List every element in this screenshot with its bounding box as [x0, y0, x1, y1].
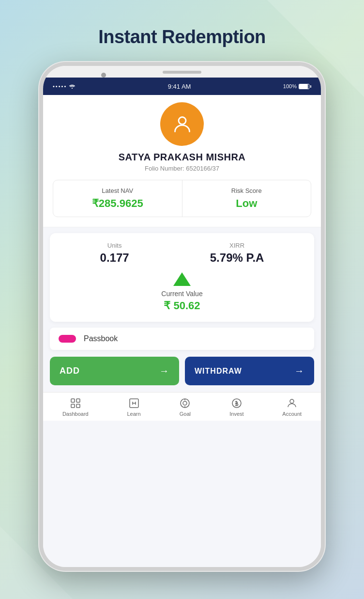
- folio-number: Folio Number: 6520166/37: [145, 165, 219, 172]
- front-camera: [101, 73, 106, 78]
- units-box: Units 0.177: [100, 242, 129, 265]
- phone-top-bar: [43, 66, 321, 78]
- svg-point-8: [183, 401, 187, 405]
- phone-speaker: [163, 71, 201, 74]
- phone-frame: ••••• 9:41 AM 100% SA: [39, 62, 325, 571]
- risk-value: Low: [236, 197, 257, 210]
- nav-account-label: Account: [282, 411, 302, 417]
- profile-section: SATYA PRAKASH MISHRA Folio Number: 65201…: [43, 95, 321, 227]
- xirr-value: 5.79% P.A: [210, 251, 264, 265]
- nav-dashboard-label: Dashboard: [62, 411, 89, 417]
- passbook-tab-button[interactable]: [59, 335, 76, 343]
- app-screen: SATYA PRAKASH MISHRA Folio Number: 65201…: [43, 95, 321, 567]
- nav-value: ₹285.9625: [92, 197, 143, 210]
- profile-name: SATYA PRAKASH MISHRA: [119, 152, 246, 163]
- withdraw-button-label: WITHDRAW: [195, 367, 242, 376]
- current-value-amount: ₹ 50.62: [164, 300, 200, 312]
- dashboard-icon: [70, 397, 81, 409]
- current-value-label: Current Value: [161, 290, 202, 298]
- nav-item-invest[interactable]: Invest: [229, 397, 243, 417]
- action-buttons: ADD → WITHDRAW →: [43, 350, 321, 392]
- add-button[interactable]: ADD →: [50, 357, 179, 385]
- current-value-section: Current Value ₹ 50.62: [60, 272, 304, 312]
- svg-rect-3: [76, 399, 80, 402]
- withdraw-button[interactable]: WITHDRAW →: [185, 357, 314, 385]
- nav-item-learn[interactable]: Learn: [127, 397, 141, 417]
- add-button-label: ADD: [60, 366, 80, 376]
- status-left: •••••: [53, 83, 76, 89]
- add-arrow-icon: →: [159, 365, 169, 377]
- nav-risk-card: Latest NAV ₹285.9625 Risk Score Low: [53, 180, 311, 217]
- units-xirr-row: Units 0.177 XIRR 5.79% P.A: [60, 242, 304, 265]
- units-label: Units: [107, 242, 122, 249]
- user-icon: [171, 113, 193, 135]
- nav-learn-label: Learn: [127, 411, 141, 417]
- bottom-nav: Dashboard Learn Goal: [43, 392, 321, 421]
- passbook-label: Passbook: [84, 334, 118, 343]
- page-title: Instant Redemption: [98, 27, 266, 47]
- up-triangle-icon: [173, 272, 191, 286]
- avatar: [160, 102, 204, 146]
- svg-rect-4: [71, 404, 75, 408]
- battery-percent: 100%: [283, 83, 297, 89]
- wifi-icon: [69, 84, 76, 89]
- xirr-label: XIRR: [229, 242, 244, 249]
- status-bar: ••••• 9:41 AM 100%: [43, 78, 321, 95]
- svg-point-1: [179, 117, 186, 124]
- nav-label: Latest NAV: [102, 187, 133, 194]
- nav-box: Latest NAV ₹285.9625: [53, 180, 182, 217]
- svg-point-11: [232, 399, 241, 408]
- nav-item-goal[interactable]: Goal: [179, 397, 191, 417]
- units-section: Units 0.177 XIRR 5.79% P.A Current Value…: [50, 233, 314, 322]
- nav-item-dashboard[interactable]: Dashboard: [62, 397, 89, 417]
- xirr-box: XIRR 5.79% P.A: [210, 242, 264, 265]
- nav-item-account[interactable]: Account: [282, 397, 302, 417]
- svg-point-0: [72, 88, 73, 89]
- svg-rect-2: [71, 399, 75, 402]
- status-time: 9:41 AM: [168, 83, 191, 90]
- goal-icon: [179, 397, 191, 409]
- nav-goal-label: Goal: [180, 411, 191, 417]
- invest-icon: [231, 397, 243, 409]
- risk-label: Risk Score: [231, 187, 262, 194]
- units-value: 0.177: [100, 251, 129, 265]
- learn-icon: [128, 397, 140, 409]
- svg-rect-5: [76, 404, 80, 408]
- account-icon: [286, 397, 298, 409]
- passbook-strip: Passbook: [50, 328, 314, 350]
- signal-icon: •••••: [53, 83, 67, 89]
- withdraw-arrow-icon: →: [294, 365, 304, 377]
- battery-icon: [299, 84, 311, 89]
- nav-invest-label: Invest: [229, 411, 243, 417]
- risk-box: Risk Score Low: [182, 180, 311, 217]
- svg-point-13: [290, 399, 294, 403]
- status-right: 100%: [283, 83, 311, 89]
